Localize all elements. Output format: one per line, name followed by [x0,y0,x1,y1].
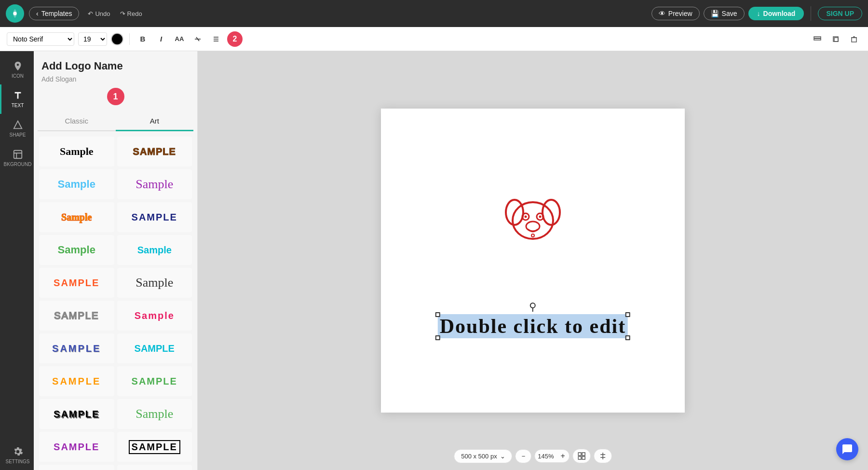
signup-button[interactable]: SIGN UP [818,7,862,20]
templates-label: Templates [41,10,72,17]
sidebar-bottom: SETTINGS [0,441,34,470]
sample-text-4: Sample [61,212,92,223]
font-family-select[interactable]: Noto Serif [7,32,74,46]
color-swatch[interactable] [111,33,123,45]
chevron-down-icon: ⌄ [500,453,505,460]
eye-icon: 👁 [659,10,665,17]
sample-text-10: SAMPLE [54,310,99,321]
delete-button[interactable] [847,32,861,46]
sample-cell-16[interactable]: SAMPLE [39,399,114,429]
download-button[interactable]: ↓ Download [748,7,804,20]
sel-handle-tl[interactable] [435,312,440,317]
sample-cell-1[interactable]: SAMPLE [117,137,192,166]
sample-cell-20[interactable]: SAMPLE [39,465,114,470]
sample-cell-5[interactable]: SAMPLE [117,202,192,232]
sample-cell-4[interactable]: Sample [39,202,114,232]
topbar-actions: 👁 Preview 💾 Save ↓ Download SIGN UP [651,6,862,21]
sample-cell-17[interactable]: Sample [117,399,192,429]
sample-text-11: Sample [135,310,175,321]
chat-button[interactable] [836,438,858,460]
font-size-select[interactable]: 19 [78,32,107,46]
sel-handle-tr[interactable] [625,312,630,317]
zoom-plus-button[interactable]: + [556,450,569,462]
sample-cell-0[interactable]: Sample [39,137,114,166]
templates-button[interactable]: ‹ Templates [29,7,79,20]
grid-button[interactable] [572,449,591,463]
svg-point-20 [525,216,527,218]
topbar: ‹ Templates ↶ Undo ↷ Redo 👁 Preview 💾 Sa… [0,0,868,27]
save-button[interactable]: 💾 Save [704,7,745,20]
step-1-badge: 1 [107,88,124,105]
canvas-size-button[interactable]: 500 x 500 px ⌄ [454,449,512,463]
sample-text-6: Sample [58,244,95,256]
sidebar-item-bkground[interactable]: BKGROUND [0,143,34,173]
sample-cell-15[interactable]: SAMPLE [117,366,192,396]
sel-handle-bl[interactable] [435,335,440,340]
sidebar-bkground-label: BKGROUND [4,162,32,167]
save-icon: 💾 [711,10,719,17]
sample-cell-13[interactable]: SAMPLE [117,333,192,363]
svg-point-17 [513,202,553,239]
format-sep-1 [129,33,130,45]
sidebar-icons: ICON TEXT SHAPE BKGROUND SETTINGS [0,51,34,470]
canvas-text-content[interactable]: Double click to edit [438,314,628,338]
sample-cell-10[interactable]: SAMPLE [39,301,114,331]
sample-cell-2[interactable]: Sample [39,169,114,199]
svg-rect-6 [814,39,821,40]
sample-cell-6[interactable]: Sample [39,235,114,265]
sample-text-15: SAMPLE [132,376,177,387]
chevron-left-icon: ‹ [36,10,39,17]
undo-button[interactable]: ↶ Undo [84,8,114,20]
rotate-handle[interactable] [530,303,536,308]
duplicate-button[interactable] [828,32,843,46]
undo-icon: ↶ [88,10,93,17]
sample-text-3: Sample [136,177,173,192]
sample-cell-12[interactable]: SAMPLE [39,333,114,363]
sample-text-8: SAMPLE [54,277,99,289]
sample-text-19: SAMPLE [129,440,180,454]
svg-rect-9 [834,38,838,41]
zoom-out-button[interactable]: − [515,449,532,463]
svg-rect-27 [582,456,585,459]
sample-cell-14[interactable]: SAMPLE [39,366,114,396]
sample-cell-21[interactable]: SAMPLE [117,465,192,470]
redo-button[interactable]: ↷ Redo [116,8,146,20]
sample-cell-7[interactable]: Sample [117,235,192,265]
preview-button[interactable]: 👁 Preview [651,7,700,20]
sample-cell-8[interactable]: SAMPLE [39,268,114,298]
sidebar-settings-label: SETTINGS [5,459,29,464]
sample-cell-18[interactable]: SAMPLE [39,432,114,462]
tab-art[interactable]: Art [116,112,194,131]
dog-icon[interactable] [494,186,571,255]
app-logo[interactable] [6,4,24,23]
svg-point-23 [531,234,534,237]
strikethrough-button[interactable] [190,32,205,46]
canvas-text-element[interactable]: Double click to edit [438,315,628,338]
sidebar-item-settings[interactable]: SETTINGS [0,441,34,470]
samples-grid: SampleSAMPLESampleSampleSampleSAMPLESamp… [34,131,197,470]
sidebar-icon-label: ICON [12,73,24,79]
sidebar-item-shape[interactable]: SHAPE [0,114,34,143]
svg-point-21 [539,216,542,218]
panel-title: Add Logo Name [41,60,190,72]
aa-button[interactable]: AA [172,32,187,46]
sample-cell-11[interactable]: Sample [117,301,192,331]
layers-button[interactable] [810,32,825,46]
bold-button[interactable]: B [136,32,150,46]
sample-cell-9[interactable]: Sample [117,268,192,298]
sel-handle-br[interactable] [625,335,630,340]
canvas-board[interactable]: Double click to edit [381,109,685,413]
sample-text-13: SAMPLE [135,343,175,354]
sample-cell-3[interactable]: Sample [117,169,192,199]
sample-text-17: Sample [136,407,173,421]
sidebar-item-icon[interactable]: ICON [0,55,34,84]
sample-cell-19[interactable]: SAMPLE [117,432,192,462]
zoom-group: 145% + [534,449,570,463]
list-button[interactable] [209,32,223,46]
align-button[interactable] [594,449,612,463]
italic-button[interactable]: I [154,32,168,46]
sidebar-item-text[interactable]: TEXT [0,84,34,114]
tabs-row: Classic Art [38,112,193,131]
canvas-area: Double click to edit 500 x 500 px ⌄ − 14… [198,51,868,470]
tab-classic[interactable]: Classic [38,112,116,131]
